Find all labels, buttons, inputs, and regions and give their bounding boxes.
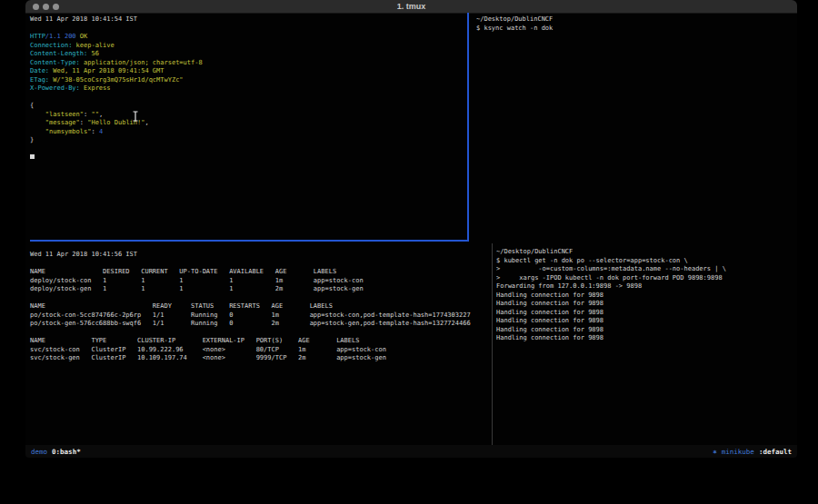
terminal-line: Connection: keep-alive [30, 42, 472, 51]
table-row: deploy/stock-con 1 1 1 1 1m app=stock-co… [30, 277, 496, 286]
status-right: ⎈minikube:default [713, 448, 792, 456]
table-header-row: NAME TYPE CLUSTER-IP EXTERNAL-IP PORT(S)… [30, 337, 496, 346]
pane-top-right[interactable]: ~/Desktop/DublinCNCF$ ksync watch -n dok [473, 13, 797, 241]
mouse-cursor-ibeam [132, 111, 139, 122]
table-row: deploy/stock-gen 1 1 1 1 2m app=stock-ge… [30, 285, 496, 294]
terminal-line [30, 145, 472, 154]
pane-bottom-left[interactable]: Wed 11 Apr 2018 10:41:56 IST NAME DESIRE… [25, 245, 496, 450]
terminal-line: Wed 11 Apr 2018 10:41:56 IST [30, 251, 496, 260]
terminal-line: Handling connection for 9898 [496, 292, 797, 301]
terminal-line [30, 260, 496, 269]
terminal-line: ETag: W/"38-05coCsrg3mQ75sHr1d/qcMTwYZc" [30, 76, 472, 85]
terminal-line [30, 294, 496, 303]
terminal-line: $ ksync watch -n dok [476, 25, 797, 34]
terminal-line: Handling connection for 9898 [496, 334, 797, 343]
terminal-line: { [30, 102, 472, 111]
active-pane-divider-vertical[interactable] [467, 13, 469, 240]
terminal-line: ~/Desktop/DublinCNCF [496, 248, 797, 257]
terminal-line [30, 153, 472, 163]
table-row: po/stock-gen-576cc688bb-swqf6 1/1 Runnin… [30, 320, 496, 329]
terminal-line: Forwarding from 127.0.0.1:9898 -> 9898 [496, 282, 797, 292]
terminal-window: 1. tmux Wed 11 Apr 2018 10:41:54 IST HTT… [25, 0, 797, 458]
terminal-line: "lastseen": "", [30, 111, 472, 120]
terminal-line: "message": "Hello Dublin!", [30, 119, 472, 128]
pane-top-left[interactable]: Wed 11 Apr 2018 10:41:54 IST HTTP/1.1 20… [25, 13, 472, 241]
table-row: svc/stock-gen ClusterIP 10.109.197.74 <n… [30, 354, 496, 363]
window-tab[interactable]: 0:bash* [52, 448, 81, 456]
terminal-line: Handling connection for 9898 [496, 309, 797, 318]
close-button[interactable] [33, 4, 39, 10]
terminal-line [30, 329, 496, 338]
kube-namespace: :default [759, 448, 792, 456]
terminal-line: $ kubectl get -n dok po --selector=app=s… [496, 257, 797, 266]
terminal-line: Date: Wed, 11 Apr 2018 09:41:54 GMT [30, 67, 472, 76]
terminal-line: Content-Type: application/json; charset=… [30, 59, 472, 68]
terminal-cursor [30, 154, 35, 159]
minimize-button[interactable] [43, 4, 49, 10]
pane-divider-vertical[interactable] [492, 243, 493, 445]
terminal-line: > xargs -IPOD kubectl -n dok port-forwar… [496, 274, 797, 283]
pane-bottom-right[interactable]: ~/Desktop/DublinCNCF$ kubectl get -n dok… [496, 245, 797, 448]
session-name: demo [31, 448, 47, 456]
terminal-line [30, 25, 472, 34]
terminal-line: > -o=custom-columns=:metadata.name --no-… [496, 265, 797, 274]
status-left: demo 0:bash* [31, 448, 81, 456]
table-row: po/stock-con-5cc874766c-2p6rp 1/1 Runnin… [30, 311, 496, 321]
terminal-line [30, 94, 472, 103]
tmux-session: Wed 11 Apr 2018 10:41:54 IST HTTP/1.1 20… [25, 0, 797, 458]
desktop: 1. tmux Wed 11 Apr 2018 10:41:54 IST HTT… [0, 0, 818, 504]
terminal-line: Handling connection for 9898 [496, 326, 797, 335]
terminal-line: HTTP/1.1 200 OK [30, 33, 472, 42]
table-row: svc/stock-con ClusterIP 10.99.222.96 <no… [30, 346, 496, 355]
active-pane-divider-horizontal[interactable] [30, 240, 469, 242]
tmux-status-bar: demo 0:bash* ⎈minikube:default [25, 445, 797, 458]
terminal-line: ~/Desktop/DublinCNCF [476, 15, 797, 25]
terminal-line: X-Powered-By: Express [30, 84, 472, 94]
terminal-line: Content-Length: 56 [30, 50, 472, 59]
zoom-button[interactable] [53, 4, 59, 10]
terminal-line: Handling connection for 9898 [496, 317, 797, 326]
terminal-line: "numsymbols": 4 [30, 128, 472, 137]
table-header-row: NAME READY STATUS RESTARTS AGE LABELS [30, 302, 496, 311]
terminal-line: } [30, 136, 472, 145]
kube-context: minikube [722, 448, 754, 456]
traffic-lights [33, 4, 59, 10]
terminal-line: Wed 11 Apr 2018 10:41:54 IST [30, 15, 472, 25]
helm-icon: ⎈ [713, 448, 717, 456]
terminal-line: Handling connection for 9898 [496, 300, 797, 309]
table-header-row: NAME DESIRED CURRENT UP-TO-DATE AVAILABL… [30, 268, 496, 277]
